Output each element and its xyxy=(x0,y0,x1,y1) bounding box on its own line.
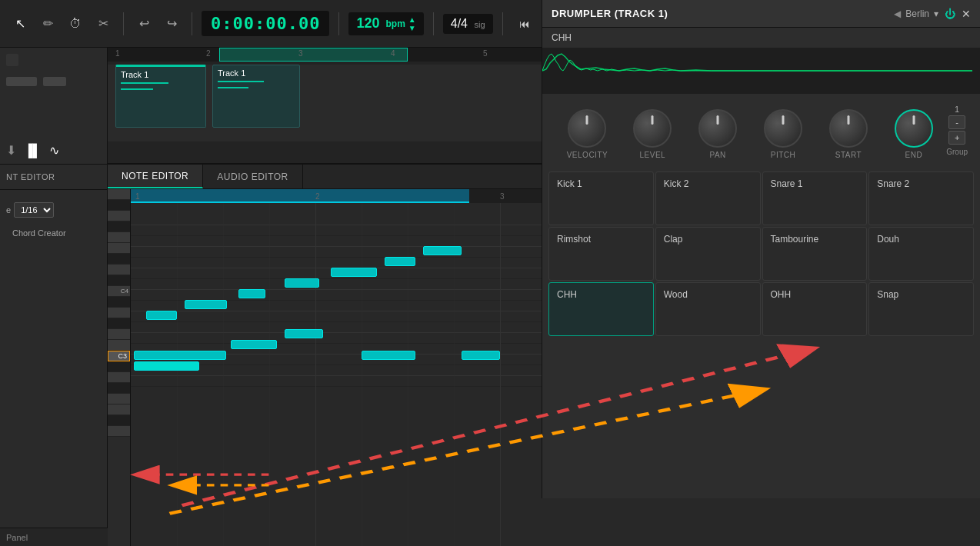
note-c3-5[interactable] xyxy=(362,351,415,360)
tab-audio-editor[interactable]: AUDIO EDITOR xyxy=(203,165,302,188)
key-c4[interactable]: C4 xyxy=(108,286,130,297)
grid-ruler-1: 1 xyxy=(135,192,140,201)
key-a3b[interactable] xyxy=(108,383,130,394)
key-g3b[interactable] xyxy=(108,394,130,405)
pad-wood[interactable]: Wood xyxy=(655,282,761,336)
clock-tool[interactable]: ⏱ xyxy=(65,13,86,35)
note-6[interactable] xyxy=(385,257,415,266)
key-g3[interactable] xyxy=(108,232,130,243)
key-f4[interactable] xyxy=(108,340,130,351)
close-icon[interactable]: ✕ xyxy=(962,8,971,20)
ruler-4: 4 xyxy=(391,49,395,58)
graph-icon[interactable]: ∿ xyxy=(49,143,59,158)
note-3[interactable] xyxy=(238,289,265,298)
key-f3b[interactable] xyxy=(108,405,130,415)
power-icon[interactable]: ⏻ xyxy=(945,8,955,20)
key-a4a[interactable] xyxy=(108,308,130,318)
pad-chh[interactable]: CHH xyxy=(548,282,654,336)
key-a4b[interactable] xyxy=(108,318,130,329)
drumpler-title: DRUMPLER (TRACK 1) xyxy=(552,8,668,19)
prev-preset-icon[interactable]: ◀ xyxy=(894,8,901,19)
velocity-label: VELOCITY xyxy=(567,151,608,159)
collapse-icon[interactable] xyxy=(6,54,18,66)
chevron-down-icon[interactable]: ▾ xyxy=(934,8,938,19)
rewind-button[interactable]: ⏮ xyxy=(512,12,537,36)
bottom-panel-label: Panel xyxy=(0,528,108,546)
key-db3[interactable] xyxy=(108,275,130,286)
note-c3-4[interactable] xyxy=(134,361,199,371)
quantize-select[interactable]: 1/16 1/8 1/4 xyxy=(14,202,54,218)
sig-display[interactable]: 4/4 sig xyxy=(443,14,493,34)
end-label: END xyxy=(905,151,923,159)
pad-kick2[interactable]: Kick 2 xyxy=(655,171,761,225)
note-c3-6[interactable] xyxy=(462,351,500,360)
group-plus-btn[interactable]: + xyxy=(948,131,965,145)
redo-button[interactable]: ↪ xyxy=(161,13,182,35)
pencil-tool[interactable]: ✏ xyxy=(37,13,58,35)
pad-tambourine[interactable]: Tambourine xyxy=(762,227,868,281)
key-f3[interactable] xyxy=(108,243,130,254)
pad-rimshot[interactable]: Rimshot xyxy=(548,227,654,281)
ruler-3: 3 xyxy=(298,49,303,58)
clip-1-waveform xyxy=(121,82,168,84)
tab-note-editor[interactable]: NOTE EDITOR xyxy=(108,165,203,188)
key-ab3[interactable] xyxy=(108,221,130,232)
key-c3[interactable]: C3 xyxy=(108,351,130,361)
pitch-knob[interactable] xyxy=(764,109,802,148)
note-5[interactable] xyxy=(331,268,377,277)
grid-v4 xyxy=(223,203,224,546)
note-c3-2[interactable] xyxy=(231,340,277,349)
nt-editor-section: NT EDITOR xyxy=(0,165,107,190)
velocity-knob[interactable] xyxy=(568,109,606,148)
start-knob[interactable] xyxy=(829,109,868,148)
select-tool[interactable]: ↖ xyxy=(9,13,31,35)
sep4 xyxy=(433,12,434,35)
key-e3b[interactable] xyxy=(108,415,130,426)
track-clip-1[interactable]: Track 1 xyxy=(115,65,206,128)
undo-button[interactable]: ↩ xyxy=(133,13,155,35)
chord-creator-button[interactable]: Chord Creator xyxy=(6,222,101,244)
eq-icon[interactable]: ▐▌ xyxy=(24,144,42,158)
group-minus-btn[interactable]: - xyxy=(948,115,965,129)
end-knob[interactable] xyxy=(895,109,933,148)
track-clip-2[interactable]: Track 1 xyxy=(212,65,300,128)
key-b3[interactable] xyxy=(108,189,130,200)
note-c3-1[interactable] xyxy=(134,351,226,360)
download-icon[interactable]: ⬇ xyxy=(6,143,16,158)
key-bb3[interactable] xyxy=(108,200,130,211)
preset-name: Berlin xyxy=(905,8,929,19)
pad-ohh[interactable]: OHH xyxy=(762,282,868,336)
key-a3[interactable] xyxy=(108,211,130,221)
pad-clap[interactable]: Clap xyxy=(655,227,761,281)
pad-snare1[interactable]: Snare 1 xyxy=(762,171,868,225)
note-2[interactable] xyxy=(185,300,227,309)
level-knob[interactable] xyxy=(633,109,672,148)
bpm-arrows[interactable]: ▲ ▼ xyxy=(408,15,416,32)
grid-v7 xyxy=(408,203,408,546)
key-b3b[interactable] xyxy=(108,361,130,372)
sidebar-top: ⬇ ▐▌ ∿ xyxy=(0,48,107,165)
key-b4b[interactable] xyxy=(108,297,130,308)
scissors-tool[interactable]: ✂ xyxy=(92,13,114,35)
key-a3a[interactable] xyxy=(108,372,130,383)
quantize-row: e 1/16 1/8 1/4 xyxy=(6,202,101,218)
note-7[interactable] xyxy=(423,246,462,255)
grid-v6 xyxy=(362,203,362,546)
pad-kick1[interactable]: Kick 1 xyxy=(548,171,654,225)
note-1[interactable] xyxy=(146,311,177,320)
pan-knob[interactable] xyxy=(698,109,737,148)
key-d3[interactable] xyxy=(108,265,130,275)
pad-snare2[interactable]: Snare 2 xyxy=(868,171,974,225)
key-d3b[interactable] xyxy=(108,426,130,437)
sep1 xyxy=(123,12,124,35)
ruler-5: 5 xyxy=(483,49,488,58)
key-g4[interactable] xyxy=(108,329,130,340)
bpm-display[interactable]: 120 bpm ▲ ▼ xyxy=(348,12,423,35)
knob-velocity-group: VELOCITY xyxy=(555,109,620,159)
pad-snap[interactable]: Snap xyxy=(868,282,974,336)
note-c3-3[interactable] xyxy=(285,329,323,338)
clip-1-label: Track 1 xyxy=(121,70,201,79)
key-e3[interactable] xyxy=(108,254,130,265)
note-4[interactable] xyxy=(285,278,319,288)
pad-douh[interactable]: Douh xyxy=(868,227,974,281)
